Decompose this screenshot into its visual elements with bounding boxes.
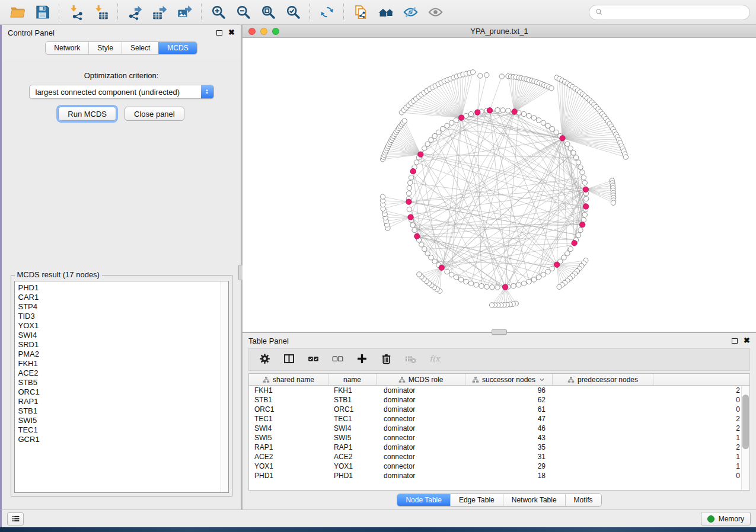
cell[interactable]: TEC1: [249, 415, 328, 423]
columns-button[interactable]: [283, 352, 295, 367]
result-list-item[interactable]: ACE2: [18, 368, 221, 378]
network-node[interactable]: [454, 118, 458, 123]
cell[interactable]: SWI4: [328, 424, 377, 432]
network-node[interactable]: [568, 146, 573, 150]
cell[interactable]: PHD1: [249, 472, 328, 480]
export-image-button[interactable]: [173, 3, 196, 22]
cell[interactable]: SWI5: [328, 434, 377, 442]
network-node[interactable]: [474, 283, 479, 287]
cell[interactable]: YOX1: [328, 462, 377, 470]
cell[interactable]: 2: [553, 443, 749, 451]
network-node[interactable]: [409, 175, 413, 180]
network-node[interactable]: [565, 251, 570, 256]
result-list-item[interactable]: FKH1: [18, 359, 221, 368]
result-list-item[interactable]: RAP1: [18, 397, 221, 406]
mcds-hub-node[interactable]: [418, 152, 423, 157]
network-node[interactable]: [458, 277, 463, 282]
table-row[interactable]: STB1STB1dominator620: [249, 395, 749, 405]
network-node[interactable]: [436, 130, 441, 134]
network-node[interactable]: [490, 285, 495, 290]
show-columns-button[interactable]: [307, 352, 320, 367]
network-node[interactable]: [484, 284, 489, 289]
task-history-button[interactable]: [7, 512, 24, 525]
table-row[interactable]: PHD1PHD1dominator180: [249, 471, 749, 480]
network-node[interactable]: [495, 285, 500, 290]
maximize-window-icon[interactable]: [272, 28, 279, 35]
network-node[interactable]: [407, 207, 412, 211]
search-input[interactable]: [607, 8, 744, 17]
minimize-window-icon[interactable]: [260, 28, 267, 35]
network-node[interactable]: [541, 120, 546, 125]
cell[interactable]: STB1: [328, 396, 377, 404]
table-row[interactable]: ORC1ORC1dominator610: [249, 405, 749, 414]
network-node[interactable]: [449, 272, 454, 277]
zoom-selected-button[interactable]: [282, 3, 304, 22]
tab-style[interactable]: Style: [88, 42, 122, 54]
mcds-hub-node[interactable]: [408, 214, 413, 220]
cell[interactable]: 2: [553, 386, 749, 395]
table-row[interactable]: ACE2ACE2connector311: [249, 452, 749, 462]
network-node[interactable]: [578, 227, 583, 232]
cell[interactable]: 35: [465, 443, 553, 451]
search-box[interactable]: [589, 5, 750, 20]
network-node[interactable]: [414, 160, 419, 165]
network-node[interactable]: [546, 269, 550, 274]
network-node[interactable]: [495, 108, 500, 113]
mcds-hub-node[interactable]: [560, 136, 565, 141]
network-node[interactable]: [422, 246, 427, 251]
network-node[interactable]: [500, 108, 505, 113]
network-node[interactable]: [536, 118, 541, 123]
network-node[interactable]: [623, 155, 628, 159]
cell[interactable]: 47: [465, 415, 553, 423]
cell[interactable]: 29: [465, 462, 553, 470]
network-node[interactable]: [410, 223, 415, 227]
cell[interactable]: ACE2: [328, 453, 377, 461]
cell[interactable]: STB1: [249, 396, 328, 404]
cell[interactable]: 0: [553, 472, 749, 480]
network-node[interactable]: [578, 165, 583, 169]
import-table-button[interactable]: [90, 3, 112, 22]
memory-button[interactable]: Memory: [701, 512, 751, 525]
cell[interactable]: YOX1: [249, 462, 328, 470]
result-list-item[interactable]: PMA2: [18, 350, 221, 359]
float-table-panel-icon[interactable]: [732, 338, 738, 344]
close-window-icon[interactable]: [248, 28, 256, 35]
home-button[interactable]: [374, 3, 397, 22]
open-button[interactable]: [6, 3, 28, 22]
result-list-item[interactable]: CAR1: [18, 293, 221, 302]
table-scrollbar-thumb[interactable]: [742, 395, 749, 449]
zoom-in-button[interactable]: [207, 3, 229, 22]
network-node[interactable]: [580, 170, 585, 175]
cell[interactable]: 31: [465, 453, 553, 461]
show-all-button[interactable]: [424, 3, 446, 22]
run-mcds-button[interactable]: Run MCDS: [58, 107, 116, 121]
cell[interactable]: connector: [377, 415, 465, 423]
network-node[interactable]: [611, 200, 615, 205]
cell[interactable]: 1: [553, 453, 749, 461]
network-node[interactable]: [584, 196, 589, 201]
network-node[interactable]: [562, 255, 566, 260]
cell[interactable]: 61: [465, 405, 553, 414]
tab-node-table[interactable]: Node Table: [397, 494, 450, 506]
network-node[interactable]: [425, 251, 430, 256]
table-scrollbar[interactable]: [741, 386, 749, 490]
result-list-item[interactable]: GCR1: [18, 435, 221, 444]
cell[interactable]: dominator: [377, 443, 465, 451]
network-node[interactable]: [527, 113, 531, 118]
network-node[interactable]: [478, 73, 483, 78]
network-node[interactable]: [454, 275, 458, 280]
cell[interactable]: dominator: [377, 472, 465, 480]
horizontal-splitter-grip[interactable]: [492, 329, 507, 335]
cell[interactable]: connector: [377, 462, 465, 470]
mcds-hub-node[interactable]: [458, 115, 464, 120]
cell[interactable]: RAP1: [328, 443, 377, 451]
result-list-item[interactable]: TEC1: [18, 425, 221, 435]
mcds-hub-node[interactable]: [583, 204, 588, 209]
cell[interactable]: 46: [465, 424, 553, 432]
network-node[interactable]: [582, 180, 587, 185]
result-list-item[interactable]: TID3: [18, 312, 221, 321]
table-row[interactable]: SWI4SWI4dominator462: [249, 424, 749, 433]
mcds-hub-node[interactable]: [512, 109, 517, 114]
save-button[interactable]: [31, 3, 53, 22]
table-row[interactable]: TEC1TEC1connector472: [249, 414, 749, 424]
